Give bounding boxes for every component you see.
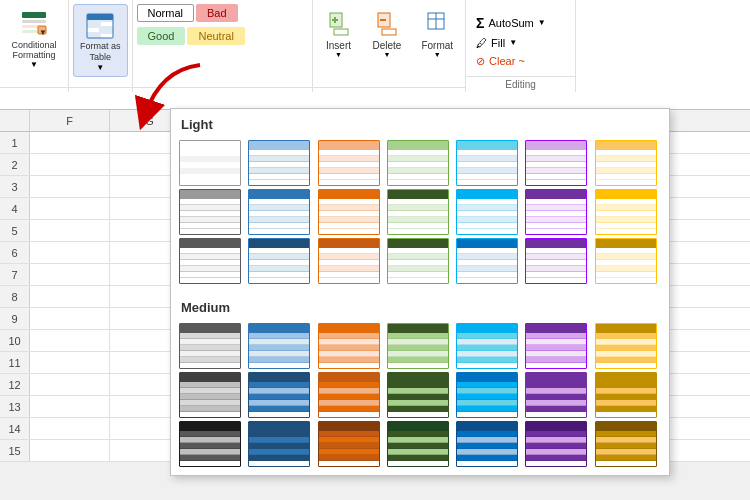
cell[interactable]	[30, 154, 110, 175]
format-button[interactable]: Format ▼	[413, 4, 461, 62]
format-table-dropdown[interactable]: Light Medium	[170, 108, 670, 476]
table-style-swatch[interactable]	[179, 323, 241, 369]
table-style-swatch[interactable]	[248, 372, 310, 418]
good-style[interactable]: Good	[137, 27, 186, 45]
group-label-editing: Editing	[466, 76, 575, 92]
cell-styles-group: Normal Bad Good Neutral	[133, 0, 313, 92]
table-style-swatch[interactable]	[456, 238, 518, 284]
table-style-swatch[interactable]	[318, 323, 380, 369]
cell[interactable]	[30, 264, 110, 285]
table-style-swatch[interactable]	[387, 372, 449, 418]
table-style-swatch[interactable]	[525, 189, 587, 235]
format-as-table-icon	[84, 9, 116, 41]
cell[interactable]	[30, 396, 110, 417]
conditional-formatting-icon: ▼	[18, 8, 50, 40]
table-style-swatch[interactable]	[387, 323, 449, 369]
cell[interactable]	[30, 286, 110, 307]
cell[interactable]	[30, 176, 110, 197]
cell[interactable]	[30, 330, 110, 351]
medium-section-label: Medium	[171, 292, 669, 319]
cell[interactable]	[30, 308, 110, 329]
cf-dropdown-arrow: ▼	[30, 60, 38, 69]
table-style-swatch[interactable]	[525, 372, 587, 418]
table-style-swatch[interactable]	[248, 323, 310, 369]
ribbon: ▼ Conditional Formatting ▼	[0, 0, 750, 92]
table-style-swatch[interactable]	[456, 372, 518, 418]
table-style-swatch[interactable]	[595, 323, 657, 369]
cell[interactable]	[30, 374, 110, 395]
group-label-cell-styles	[133, 87, 312, 92]
delete-icon	[376, 8, 398, 40]
fill-button[interactable]: 🖊 Fill ▼	[470, 35, 523, 51]
cell[interactable]	[30, 440, 110, 461]
delete-label: Delete	[373, 40, 402, 51]
svg-rect-6	[87, 14, 113, 20]
clear-icon: ⊘	[476, 55, 485, 68]
fat-dropdown-arrow: ▼	[96, 63, 104, 72]
autosum-button[interactable]: Σ AutoSum ▼	[470, 13, 552, 33]
table-style-swatch[interactable]	[595, 421, 657, 467]
table-style-swatch[interactable]	[525, 238, 587, 284]
svg-rect-2	[22, 25, 40, 28]
table-style-swatch[interactable]	[456, 140, 518, 186]
clear-label: Clear ~	[489, 55, 525, 67]
table-style-swatch[interactable]	[179, 372, 241, 418]
table-style-swatch[interactable]	[318, 140, 380, 186]
table-style-swatch[interactable]	[248, 140, 310, 186]
fill-icon: 🖊	[476, 37, 487, 49]
table-style-swatch[interactable]	[387, 189, 449, 235]
table-style-swatch[interactable]	[387, 421, 449, 467]
table-style-swatch[interactable]	[595, 238, 657, 284]
group-label-styles	[0, 87, 68, 92]
table-style-swatch[interactable]	[595, 140, 657, 186]
format-icon	[426, 8, 448, 40]
delete-button[interactable]: Delete ▼	[365, 4, 410, 62]
table-style-swatch[interactable]	[456, 189, 518, 235]
insert-button[interactable]: Insert ▼	[317, 4, 361, 62]
neutral-style[interactable]: Neutral	[187, 27, 244, 45]
normal-style[interactable]: Normal	[137, 4, 194, 22]
table-style-swatch[interactable]	[525, 140, 587, 186]
table-style-swatch[interactable]	[179, 189, 241, 235]
table-style-swatch[interactable]	[248, 189, 310, 235]
cell[interactable]	[30, 132, 110, 153]
format-as-table-group: Format as Table ▼	[69, 0, 133, 92]
table-style-swatch[interactable]	[248, 238, 310, 284]
idf-group: Insert ▼ Delete ▼	[313, 0, 467, 92]
svg-rect-17	[334, 29, 348, 35]
cell[interactable]	[30, 352, 110, 373]
table-style-swatch[interactable]	[456, 323, 518, 369]
table-style-swatch[interactable]	[248, 421, 310, 467]
conditional-formatting-button[interactable]: ▼ Conditional Formatting ▼	[4, 4, 64, 73]
clear-button[interactable]: ⊘ Clear ~	[470, 53, 531, 70]
editing-group: Σ AutoSum ▼ 🖊 Fill ▼ ⊘ Clear ~ Editing	[466, 0, 576, 92]
format-arrow: ▼	[434, 51, 441, 58]
insert-icon	[328, 8, 350, 40]
table-style-swatch[interactable]	[318, 238, 380, 284]
table-style-swatch[interactable]	[318, 189, 380, 235]
svg-rect-20	[382, 29, 396, 35]
table-style-swatch[interactable]	[179, 238, 241, 284]
svg-rect-10	[101, 28, 113, 32]
delete-arrow: ▼	[384, 51, 391, 58]
table-style-swatch[interactable]	[387, 238, 449, 284]
cell[interactable]	[30, 242, 110, 263]
bad-style[interactable]: Bad	[196, 4, 238, 22]
cell[interactable]	[30, 220, 110, 241]
table-style-swatch[interactable]	[179, 140, 241, 186]
table-style-swatch[interactable]	[595, 189, 657, 235]
table-style-swatch[interactable]	[456, 421, 518, 467]
table-style-swatch[interactable]	[179, 421, 241, 467]
table-style-swatch[interactable]	[525, 323, 587, 369]
format-as-table-button[interactable]: Format as Table ▼	[73, 4, 128, 77]
cell[interactable]	[30, 198, 110, 219]
light-swatches-grid	[171, 136, 669, 292]
svg-rect-0	[22, 12, 46, 18]
table-style-swatch[interactable]	[318, 421, 380, 467]
cell[interactable]	[30, 418, 110, 439]
table-style-swatch[interactable]	[525, 421, 587, 467]
table-style-swatch[interactable]	[595, 372, 657, 418]
table-style-swatch[interactable]	[318, 372, 380, 418]
table-style-swatch[interactable]	[387, 140, 449, 186]
fat-label: Format as Table	[80, 41, 121, 63]
